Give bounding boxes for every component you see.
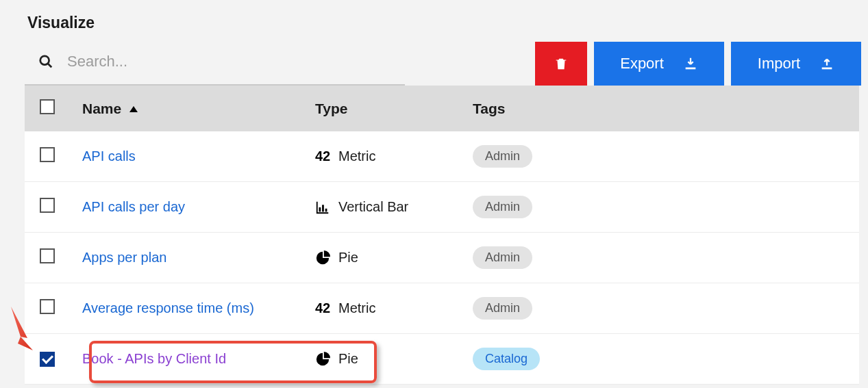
tag-badge[interactable]: Admin [473, 246, 532, 269]
tag-badge[interactable]: Catalog [473, 348, 540, 370]
table-row: Average response time (ms)42MetricAdmin [25, 283, 859, 334]
table-row: Apps per planPieAdmin [25, 233, 859, 283]
column-header-type[interactable]: Type [306, 86, 463, 131]
table-row: Book - APIs by Client IdPieCatalog [25, 334, 859, 385]
svg-rect-5 [822, 68, 832, 70]
select-all-checkbox[interactable] [40, 99, 55, 114]
svg-rect-4 [685, 68, 695, 70]
pie-chart-icon [315, 250, 330, 266]
search-field[interactable] [25, 42, 405, 86]
visualization-link[interactable]: Average response time (ms) [82, 300, 254, 315]
type-label: Pie [338, 351, 358, 367]
row-checkbox[interactable] [40, 248, 55, 263]
visualization-link[interactable]: API calls per day [82, 199, 185, 214]
upload-icon [819, 56, 834, 71]
visualization-link[interactable]: Book - APIs by Client Id [82, 351, 226, 366]
svg-line-1 [48, 64, 52, 68]
type-label: Metric [338, 300, 375, 316]
export-button[interactable]: Export [594, 42, 724, 86]
row-checkbox[interactable] [40, 147, 55, 162]
svg-rect-3 [562, 62, 562, 67]
column-header-name[interactable]: Name [73, 86, 306, 131]
type-label: Vertical Bar [338, 199, 408, 215]
delete-button[interactable] [535, 42, 587, 86]
pie-chart-icon [315, 352, 330, 367]
visualize-page: Visualize Export Import [0, 0, 868, 388]
page-title: Visualize [0, 0, 868, 42]
sort-asc-icon [129, 106, 138, 112]
row-checkbox[interactable] [40, 299, 55, 314]
tag-badge[interactable]: Admin [473, 145, 532, 168]
table-row: API calls per dayVertical BarAdmin [25, 182, 859, 233]
import-label: Import [758, 55, 800, 73]
tag-badge[interactable]: Admin [473, 297, 532, 320]
visualizations-table: Name Type Tags API calls42MetricAdminAPI… [25, 86, 859, 385]
metric-icon: 42 [315, 148, 330, 164]
type-label: Pie [338, 250, 358, 266]
tag-badge[interactable]: Admin [473, 196, 532, 218]
export-label: Export [620, 55, 664, 73]
svg-point-0 [40, 56, 49, 65]
svg-rect-2 [559, 62, 560, 67]
visualization-link[interactable]: API calls [82, 148, 136, 164]
table-header-row: Name Type Tags [25, 86, 859, 131]
search-icon [38, 54, 53, 69]
bar-chart-icon [315, 200, 330, 215]
trash-icon [554, 56, 569, 71]
table-row: API calls42MetricAdmin [25, 131, 859, 182]
row-checkbox[interactable] [40, 198, 55, 213]
import-button[interactable]: Import [731, 42, 861, 86]
search-input[interactable] [66, 52, 402, 71]
row-checkbox[interactable] [40, 352, 55, 367]
metric-icon: 42 [315, 300, 330, 316]
svg-rect-6 [319, 207, 321, 211]
svg-rect-7 [322, 205, 324, 211]
column-header-tags[interactable]: Tags [463, 86, 859, 131]
visualization-link[interactable]: Apps per plan [82, 250, 166, 265]
type-label: Metric [338, 148, 375, 164]
download-icon [683, 56, 698, 71]
svg-rect-8 [325, 208, 327, 211]
toolbar: Export Import [0, 42, 868, 86]
